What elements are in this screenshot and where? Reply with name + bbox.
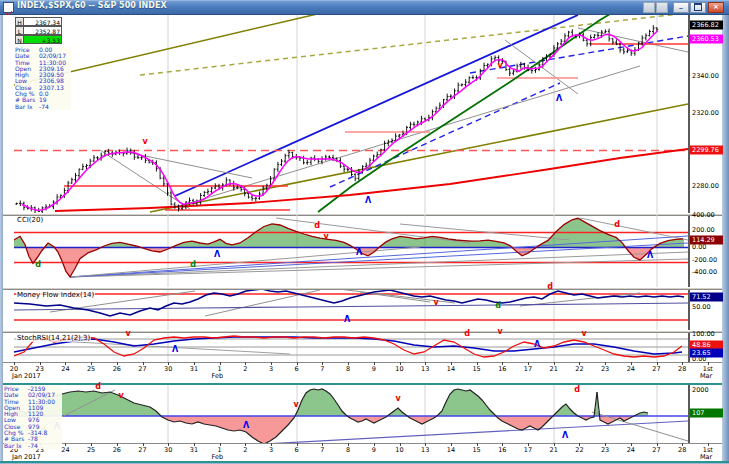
x-axis-label: 31 [190,446,198,454]
x-axis-label: 13 [421,365,429,373]
mfi-panel [14,288,688,320]
x-axis-month-label: Feb [212,453,224,461]
signal-marker-v: v [433,299,438,307]
y-axis-tick: 2320.00 [692,109,719,117]
x-axis-label: 10 [395,365,403,373]
x-axis-label: 25 [87,365,95,373]
signal-marker-d: d [495,302,501,310]
signal-marker-v: v [323,233,328,241]
signal-marker-d: d [574,386,580,394]
x-axis-label: 17 [524,446,532,454]
signal-marker-up: Λ [344,316,350,324]
signal-marker-d: d [314,222,320,230]
x-axis-label: 9 [372,446,376,454]
low-value: 2352.87 [23,26,62,35]
high-value: 2367.34 [23,17,62,26]
x-axis-label: 6 [295,365,299,373]
y-axis-tick: 2280.00 [692,182,719,190]
price-tag: 2360.53 [690,35,723,44]
x-axis-label: 28 [678,446,686,454]
signal-marker-v: v [118,392,123,400]
x-axis-label: 21 [550,446,558,454]
data-box-label: Bar Ix [4,443,28,449]
price-tag: 2366.82 [690,21,723,30]
signal-marker-up: Λ [556,95,562,103]
chart-window: INDEX,$SPX,60 -- S&P 500 INDEX _ × CCI(2… [0,0,729,464]
quote-low-row: L 2352.87 [15,26,62,35]
signal-marker-up: Λ [214,251,220,259]
x-axis-label: 7 [320,365,324,373]
x-axis-label: 14 [447,446,455,454]
x-axis-label: 15 [472,446,480,454]
data-box-label: Bar Ix [15,104,39,110]
x-axis-label: 27 [652,365,660,373]
quote-high-row: H 2367.34 [15,17,62,26]
x-axis-month-label: Mar [700,453,712,461]
x-axis-label: 2 [243,365,247,373]
y-axis-tick: 2000 [692,386,709,394]
x-axis-label: 27 [138,365,146,373]
cci-panel-title: CCI(20) [16,216,44,224]
signal-marker-d: d [35,261,41,269]
signal-marker-up: Λ [172,346,178,354]
signal-marker-up: Λ [243,422,249,430]
data-box-row: Bar Ix-74 [4,443,62,449]
x-axis-label: 3 [269,446,273,454]
net-label: N [15,35,23,44]
y-axis-tick: 50.00 [692,303,711,311]
x-axis-label: 8 [346,365,350,373]
chart-plot[interactable] [0,0,729,464]
low-label: L [15,26,23,35]
signal-marker-d: d [614,221,620,229]
price-tag: 71.52 [690,293,723,302]
x-axis-label: 31 [190,365,198,373]
data-box-value: -74 [39,104,71,110]
signal-marker-v: v [497,62,502,70]
signal-marker-up: Λ [365,197,371,205]
x-axis-label: 24 [627,446,635,454]
signal-marker-up: Λ [562,432,568,440]
x-axis-label: 6 [295,446,299,454]
x-axis-label: 24 [627,365,635,373]
main-price-panel [14,11,688,214]
y-axis-tick: 400.00 [692,211,715,219]
signal-marker-up: Λ [647,252,653,260]
x-axis-label: 23 [601,446,609,454]
signal-marker-up: Λ [534,341,540,349]
y-axis-tick: 2340.00 [692,72,719,80]
x-axis-label: 28 [678,365,686,373]
signal-marker-v: v [581,330,586,338]
price-tag: 23.65 [690,349,723,358]
signal-marker-up: Λ [356,249,362,257]
x-axis-label: 21 [550,365,558,373]
signal-marker-v: v [142,138,147,146]
x-axis-label: 26 [113,446,121,454]
price-tag: 2299.76 [690,146,723,155]
quote-box: H 2367.34 L 2352.87 N +3.53 [15,17,62,44]
y-axis-tick: 200.00 [692,226,715,234]
breadth-panel [14,389,688,444]
x-axis-label: 15 [472,365,480,373]
x-axis-month-label: Jan 2017 [12,453,41,461]
x-axis-label: 16 [498,446,506,454]
x-axis-label: 23 [36,365,44,373]
signal-marker-d: d [190,261,196,269]
high-label: H [15,17,23,26]
x-axis-label: 13 [421,446,429,454]
price-tag: 107 [690,409,723,418]
x-axis-label: 2 [243,446,247,454]
stochrsi-panel [14,336,688,357]
bottom-data-box: Price-2159Date02/09/17Time11:30:00Open11… [4,386,62,449]
mfi-panel-title: Money Flow Index(14) [16,291,95,299]
data-box-value: -74 [28,443,62,449]
x-axis-label: 30 [164,446,172,454]
x-axis-label: 16 [498,365,506,373]
x-axis-label: 24 [61,365,69,373]
x-axis-label: 10 [395,446,403,454]
x-axis-label: 25 [87,446,95,454]
y-axis-tick: -400.00 [692,268,717,276]
x-axis-month-label: Feb [212,372,224,380]
signal-marker-v: v [125,330,130,338]
x-axis-label: 8 [346,446,350,454]
x-axis-label: 7 [320,446,324,454]
